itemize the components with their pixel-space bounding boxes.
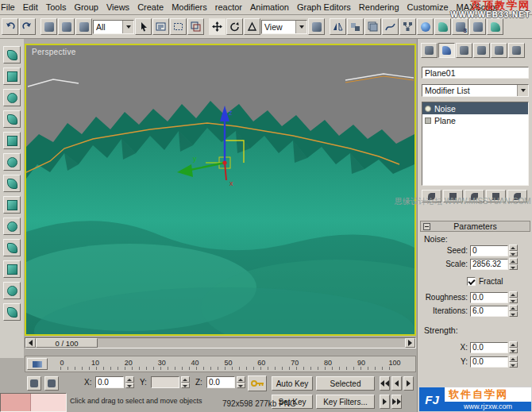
menu-edit[interactable]: Edit [19, 1, 42, 13]
use-pivot-point-icon[interactable] [308, 18, 325, 35]
select-and-move-icon[interactable] [209, 18, 226, 35]
set-keys-key-icon[interactable] [248, 375, 267, 391]
menu-create[interactable]: Create [133, 1, 168, 13]
reactor-tool-icon[interactable] [3, 132, 21, 149]
time-slider-left-arrow[interactable] [25, 338, 36, 348]
chevron-down-icon[interactable] [295, 21, 306, 33]
reactor-tool-icon[interactable] [3, 67, 21, 85]
menu-graph-editors[interactable]: Graph Editors [293, 1, 355, 13]
key-filters-button[interactable]: Key Filters... [316, 395, 375, 409]
material-editor-icon[interactable] [417, 18, 434, 35]
scale-spinner[interactable] [509, 258, 518, 270]
scale-input[interactable]: 2856.32 [470, 259, 508, 270]
schematic-view-icon[interactable] [399, 18, 416, 35]
stack-item-noise[interactable]: Noise [422, 102, 528, 114]
render-scene-icon[interactable] [434, 18, 451, 35]
strength-y-input[interactable]: 0.0 [470, 356, 508, 368]
reactor-tool-icon[interactable] [3, 196, 21, 214]
quick-render-icon[interactable] [487, 18, 503, 35]
tab-display-icon[interactable] [491, 43, 507, 58]
select-by-name-icon[interactable] [152, 18, 169, 35]
previous-frame-button[interactable] [391, 376, 402, 391]
object-name-field[interactable]: Plane01 [422, 67, 529, 79]
go-to-start-button[interactable] [380, 376, 390, 391]
window-crossing-toggle-icon[interactable] [187, 18, 204, 35]
track-bar[interactable]: 0 10 20 30 40 50 60 70 80 90 100 [25, 356, 416, 372]
go-to-end-button[interactable] [391, 395, 402, 409]
iterations-spinner[interactable] [509, 305, 518, 317]
undo-icon[interactable] [2, 18, 18, 35]
reactor-tool-icon[interactable] [3, 239, 21, 256]
select-object-icon[interactable] [135, 18, 152, 35]
reactor-tool-icon[interactable] [3, 303, 21, 321]
strength-x-input[interactable]: 0.0 [470, 342, 508, 353]
unlink-selection-icon[interactable] [58, 18, 75, 35]
select-and-scale-icon[interactable] [244, 18, 260, 35]
tab-utilities-icon[interactable] [508, 43, 525, 58]
z-coord-input[interactable]: 0.0 [206, 376, 235, 388]
menu-group[interactable]: Group [70, 1, 102, 13]
chevron-down-icon[interactable] [122, 21, 133, 33]
play-animation-button[interactable] [403, 376, 414, 391]
time-slider-handle[interactable]: 0 / 100 [36, 338, 98, 348]
reactor-tool-icon[interactable] [3, 282, 21, 299]
roughness-input[interactable]: 0.0 [470, 292, 508, 303]
curve-editor-icon[interactable] [382, 18, 399, 35]
iterations-input[interactable]: 6.0 [470, 306, 508, 317]
menu-modifiers[interactable]: Modifiers [168, 1, 211, 13]
absolute-offset-toggle-icon[interactable] [44, 376, 59, 391]
x-coord-spinner[interactable] [125, 376, 134, 388]
z-coord-spinner[interactable] [237, 376, 245, 388]
auto-key-button[interactable]: Auto Key [272, 376, 313, 391]
reactor-tool-icon[interactable] [3, 218, 21, 235]
reactor-tool-icon[interactable] [3, 260, 21, 278]
maxscript-mini-listener[interactable] [0, 393, 67, 412]
render-type-icon[interactable] [469, 18, 486, 35]
time-slider-track[interactable] [98, 338, 405, 348]
tab-create-icon[interactable] [421, 43, 438, 58]
selection-lock-toggle-icon[interactable] [27, 376, 41, 391]
time-slider-right-arrow[interactable] [405, 338, 415, 348]
chevron-down-icon[interactable] [517, 85, 528, 96]
menu-reactor[interactable]: reactor [211, 1, 246, 13]
menu-tools[interactable]: Tools [42, 1, 71, 13]
menu-rendering[interactable]: Rendering [355, 1, 403, 13]
mini-listener-handle[interactable] [1, 394, 31, 411]
time-slider[interactable]: 0 / 100 [25, 337, 416, 348]
select-and-link-icon[interactable] [40, 18, 57, 35]
redo-icon[interactable] [19, 18, 36, 35]
perspective-viewport[interactable]: z y x Perspective [25, 44, 416, 336]
menu-animation[interactable]: Animation [246, 1, 293, 13]
x-coord-input[interactable]: 0.0 [95, 376, 124, 388]
align-icon[interactable] [347, 18, 364, 35]
seed-input[interactable]: 0 [470, 245, 508, 256]
modifier-list-dropdown[interactable]: Modifier List [422, 84, 529, 97]
strength-x-spinner[interactable] [509, 341, 518, 353]
menu-views[interactable]: Views [102, 1, 133, 13]
seed-spinner[interactable] [509, 245, 518, 256]
tab-hierarchy-icon[interactable] [456, 43, 472, 58]
bind-to-space-warp-icon[interactable] [75, 18, 92, 35]
roughness-spinner[interactable] [509, 291, 518, 303]
selected-dropdown-button[interactable]: Selected [316, 376, 375, 391]
layer-manager-icon[interactable] [364, 18, 381, 35]
modifier-enable-bulb-icon[interactable] [425, 106, 431, 112]
menu-customize[interactable]: Customize [403, 1, 453, 13]
stack-item-plane[interactable]: Plane [422, 114, 528, 126]
y-coord-spinner[interactable] [181, 376, 190, 388]
fractal-checkbox[interactable] [467, 277, 476, 286]
y-coord-input[interactable] [151, 376, 179, 388]
snaps-toggle-icon[interactable]: 3 [452, 18, 468, 35]
menu-file[interactable]: File [0, 1, 19, 13]
reactor-tool-icon[interactable] [3, 153, 21, 171]
reactor-tool-icon[interactable] [3, 175, 21, 192]
reference-coordsys-dropdown[interactable]: View [261, 20, 307, 34]
mirror-icon[interactable] [330, 18, 346, 35]
selection-filter-dropdown[interactable]: All [93, 20, 134, 34]
reactor-tool-icon[interactable] [3, 110, 21, 128]
reactor-tool-icon[interactable] [3, 89, 21, 106]
next-frame-button[interactable] [380, 395, 390, 409]
parameters-rollout-header[interactable]: Parameters [420, 221, 530, 232]
viewport-label[interactable]: Perspective [32, 48, 76, 56]
tab-motion-icon[interactable] [473, 43, 490, 58]
